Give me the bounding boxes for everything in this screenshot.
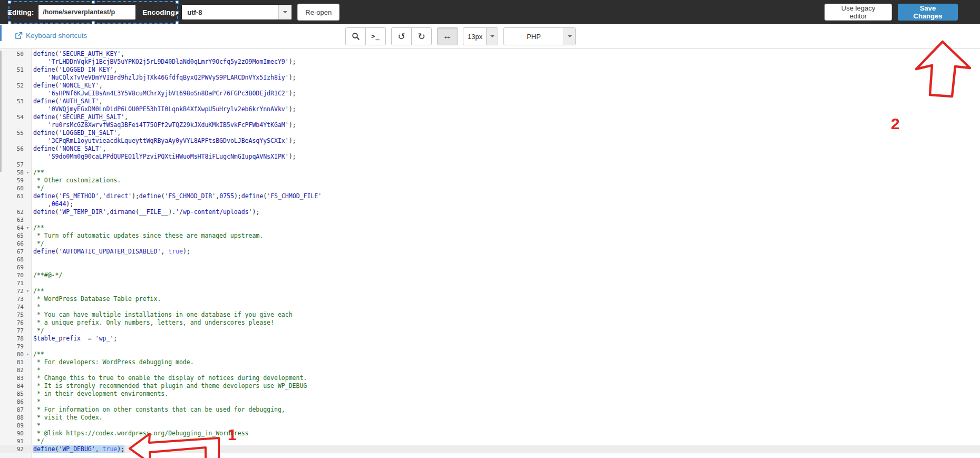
code-line[interactable]: 58▾/** — [0, 169, 980, 177]
code-text[interactable]: 'NuCQlxTvVeVDmYVIBrd9hzlJbjTXk46GfdfqByx… — [32, 74, 296, 82]
code-line[interactable]: 92define('WP_DEBUG', true); — [0, 445, 980, 453]
code-text[interactable]: 'ru0rsMcGZ8XwrvfWSaq3BFei4T75OFf2wTQZ29k… — [32, 121, 296, 129]
code-line[interactable]: 72▾/** — [0, 287, 980, 295]
line-number[interactable]: 76 — [0, 319, 32, 327]
line-number[interactable]: 52 — [0, 82, 32, 90]
font-size-select[interactable]: 13px — [463, 27, 498, 45]
code-line[interactable]: 55define('LOGGED_IN_SALT', — [0, 129, 980, 137]
code-text[interactable]: */ — [32, 184, 44, 192]
line-number[interactable]: 75 — [0, 311, 32, 319]
code-text[interactable]: */ — [32, 240, 44, 248]
terminal-button[interactable]: >_ — [365, 27, 386, 45]
code-line[interactable]: 81 * For developers: WordPress debugging… — [0, 358, 980, 366]
code-line[interactable]: 90 * @link https://codex.wordpress.org/D… — [0, 430, 980, 437]
code-line[interactable]: '3CPqRmL1oyutvieacdkLqueyttWqRByaAy0yVYL… — [0, 137, 980, 145]
line-number[interactable]: 81 — [0, 358, 32, 366]
code-text[interactable]: * You can have multiple installations in… — [32, 311, 293, 319]
code-line[interactable]: 86 * — [0, 398, 980, 406]
line-number[interactable]: 61 — [0, 192, 32, 200]
fold-arrow-icon[interactable]: ▾ — [24, 350, 32, 358]
line-number[interactable] — [0, 90, 32, 98]
code-text[interactable]: define('WP_DEBUG', true); — [32, 445, 124, 453]
code-text[interactable]: 'TrLHDDnVqkFj1BcjBV5uYPKO2j5rL9D40DlaNd0… — [32, 58, 296, 66]
line-number[interactable]: 55 — [0, 129, 32, 137]
code-text[interactable]: define('WP_TEMP_DIR',dirname(__FILE__).'… — [32, 208, 259, 216]
line-number[interactable]: 53 — [0, 98, 32, 105]
code-text[interactable] — [32, 256, 33, 264]
code-line[interactable]: 'ru0rsMcGZ8XwrvfWSaq3BFei4T75OFf2wTQZ29k… — [0, 121, 980, 129]
line-number[interactable]: 74 — [0, 303, 32, 311]
code-line[interactable]: '0VWQjmyEGxDM0LnDidP6LOU0PE53hII0LqnkB4X… — [0, 105, 980, 113]
code-text[interactable]: * For developers: WordPress debugging mo… — [32, 358, 194, 366]
code-line[interactable]: 56define('NONCE_SALT', — [0, 145, 980, 153]
code-text[interactable]: * — [32, 398, 41, 406]
line-number[interactable]: 85 — [0, 390, 32, 398]
code-line[interactable]: 62define('WP_TEMP_DIR',dirname(__FILE__)… — [0, 208, 980, 216]
line-number[interactable]: 60 — [0, 184, 32, 192]
code-text[interactable] — [32, 279, 33, 287]
code-line[interactable]: 84 * It is strongly recommended that plu… — [0, 382, 980, 390]
line-number[interactable] — [0, 105, 32, 113]
code-text[interactable] — [32, 264, 33, 271]
code-text[interactable]: /**#@-*/ — [32, 271, 62, 279]
code-line[interactable]: 64▾/** — [0, 224, 980, 232]
line-number[interactable]: 73 — [0, 295, 32, 303]
code-text[interactable]: define('LOGGED_IN_SALT', — [32, 129, 121, 137]
line-number[interactable]: 90 — [0, 430, 32, 437]
code-line[interactable]: 75 * You can have multiple installations… — [0, 311, 980, 319]
fold-arrow-icon[interactable]: ▾ — [24, 224, 32, 232]
line-number[interactable] — [0, 121, 32, 129]
line-number[interactable]: 83 — [0, 374, 32, 382]
search-button[interactable] — [345, 27, 366, 45]
code-text[interactable]: define('SECURE_AUTH_KEY', — [32, 50, 124, 58]
code-line[interactable]: 87 * For information on other constants … — [0, 406, 980, 414]
line-number[interactable]: 84 — [0, 382, 32, 390]
code-text[interactable]: * It is strongly recommended that plugin… — [32, 382, 307, 390]
code-text[interactable]: /** — [32, 224, 44, 232]
line-number[interactable]: 68 — [0, 256, 32, 264]
line-number[interactable]: 59 — [0, 177, 32, 184]
code-line[interactable]: 67define('AUTOMATIC_UPDATER_DISABLED', t… — [0, 248, 980, 256]
line-number[interactable]: 87 — [0, 406, 32, 414]
code-line[interactable]: 65 * Turn off automatic updates since th… — [0, 232, 980, 240]
line-number[interactable] — [0, 74, 32, 82]
line-number[interactable]: 66 — [0, 240, 32, 248]
line-number[interactable]: 77 — [0, 327, 32, 335]
line-number[interactable]: 79 — [0, 343, 32, 350]
legacy-editor-button[interactable]: Use legacy editor — [824, 4, 892, 21]
line-number[interactable]: 51 — [0, 66, 32, 74]
code-text[interactable]: '3CPqRmL1oyutvieacdkLqueyttWqRByaAy0yVYL… — [32, 137, 296, 145]
code-line[interactable]: 88 * visit the Codex. — [0, 414, 980, 422]
file-path-input[interactable] — [38, 4, 136, 20]
encoding-select[interactable]: utf-8 — [181, 4, 292, 20]
code-text[interactable]: define('LOGGED_IN_KEY', — [32, 66, 117, 74]
fold-arrow-icon[interactable]: ▾ — [24, 169, 32, 177]
code-line[interactable]: 53define('AUTH_SALT', — [0, 98, 980, 105]
code-line[interactable]: 'NuCQlxTvVeVDmYVIBrd9hzlJbjTXk46GfdfqByx… — [0, 74, 980, 82]
line-number[interactable]: 56 — [0, 145, 32, 153]
line-number[interactable]: 70 — [0, 271, 32, 279]
code-text[interactable]: * For information on other constants tha… — [32, 406, 285, 414]
code-text[interactable]: * — [32, 303, 41, 311]
code-line[interactable]: 52define('NONCE_KEY', — [0, 82, 980, 90]
code-text[interactable]: * a unique prefix. Only numbers, letters… — [32, 319, 274, 327]
reopen-button[interactable]: Re-open — [297, 4, 339, 21]
undo-button[interactable]: ↺ — [391, 27, 412, 45]
code-line[interactable]: 'S9do0Mm0g90caLPPdQUPEO1lYPzviPQXtiHWuoM… — [0, 153, 980, 161]
code-line[interactable]: 83 * Change this to true to enable the d… — [0, 374, 980, 382]
code-line[interactable]: 76 * a unique prefix. Only numbers, lett… — [0, 319, 980, 327]
code-editor[interactable]: 50define('SECURE_AUTH_KEY', 'TrLHDDnVqkF… — [0, 49, 980, 458]
code-line[interactable]: 82 * — [0, 366, 980, 374]
code-line[interactable]: 60 */ — [0, 184, 980, 192]
redo-button[interactable]: ↻ — [411, 27, 432, 45]
code-text[interactable]: define('NONCE_KEY', — [32, 82, 103, 90]
code-text[interactable]: /** — [32, 350, 44, 358]
code-text[interactable]: * — [32, 366, 41, 374]
code-text[interactable]: * in their development environments. — [32, 390, 168, 398]
code-text[interactable]: $table_prefix = 'wp_'; — [32, 335, 117, 343]
code-line[interactable]: 63 — [0, 216, 980, 224]
code-line[interactable]: 57 — [0, 161, 980, 169]
code-text[interactable]: /** — [32, 169, 44, 177]
code-line[interactable]: 71 — [0, 279, 980, 287]
line-number[interactable]: 63 — [0, 216, 32, 224]
